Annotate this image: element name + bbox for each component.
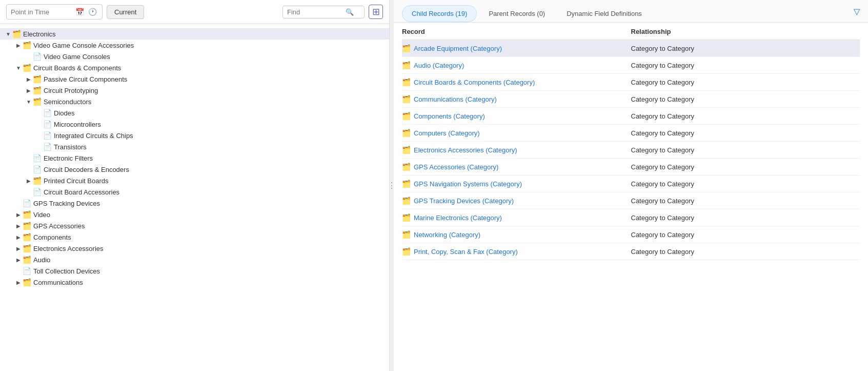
row-relationship-row8: Category to Category — [631, 163, 860, 171]
table-row-row3[interactable]: 🗂️Circuit Boards & Components (Category)… — [402, 74, 860, 91]
table-row-row11[interactable]: 🗂️Marine Electronics (Category)Category … — [402, 209, 860, 226]
row-link-row8[interactable]: GPS Accessories (Category) — [414, 163, 498, 171]
toggle-gps-accessories[interactable]: ▶ — [14, 222, 23, 230]
table-row-row7[interactable]: 🗂️Electronics Accessories (Category)Cate… — [402, 142, 860, 159]
node-label-circuit-prototyping: Circuit Prototyping — [44, 87, 98, 94]
table-row-row13[interactable]: 🗂️Print, Copy, Scan & Fax (Category)Cate… — [402, 243, 860, 260]
tree-node-electronics-accessories[interactable]: ▶🗂️Electronics Accessories — [0, 243, 389, 254]
row-link-row10[interactable]: GPS Tracking Devices (Category) — [414, 197, 514, 205]
calendar-icon[interactable]: 📅 — [74, 7, 85, 17]
row-link-row6[interactable]: Computers (Category) — [414, 129, 480, 137]
tree-node-video-game-console-accessories[interactable]: ▶🗂️Video Game Console Accessories — [0, 40, 389, 51]
row-folder-icon-row12: 🗂️ — [402, 230, 411, 239]
row-link-row11[interactable]: Marine Electronics (Category) — [414, 214, 502, 222]
table-row-row2[interactable]: 🗂️Audio (Category)Category to Category — [402, 57, 860, 74]
row-record-row8: 🗂️GPS Accessories (Category) — [402, 163, 631, 171]
node-label-transistors: Transistors — [54, 143, 87, 151]
tab-parent-records[interactable]: Parent Records (0) — [479, 5, 555, 22]
tab-child-records[interactable]: Child Records (19) — [402, 5, 477, 22]
tree-node-printed-circuit-boards[interactable]: ▶🗂️Printed Circuit Boards — [0, 175, 389, 186]
tabs-bar: Child Records (19)Parent Records (0)Dyna… — [394, 0, 868, 23]
filter-button[interactable]: ▽ — [854, 7, 860, 16]
table-header: Record Relationship — [402, 23, 860, 40]
row-link-row13[interactable]: Print, Copy, Scan & Fax (Category) — [414, 248, 518, 256]
tree-node-video[interactable]: ▶🗂️Video — [0, 209, 389, 220]
tree-node-circuit-decoders-encoders[interactable]: 📄Circuit Decoders & Encoders — [0, 164, 389, 175]
toggle-audio[interactable]: ▶ — [14, 256, 23, 264]
toggle-electronics[interactable]: ▼ — [4, 30, 12, 38]
folder-icon-semiconductors: 🗂️ — [33, 97, 42, 106]
table-row-row4[interactable]: 🗂️Communications (Category)Category to C… — [402, 91, 860, 108]
toggle-printed-circuit-boards[interactable]: ▶ — [25, 177, 33, 185]
row-relationship-row11: Category to Category — [631, 214, 860, 222]
tree-node-circuit-prototyping[interactable]: ▶🗂️Circuit Prototyping — [0, 85, 389, 96]
divider-handle[interactable]: ⋮ — [390, 0, 394, 371]
toggle-communications[interactable]: ▶ — [14, 278, 23, 286]
toggle-passive-circuit-components[interactable]: ▶ — [25, 75, 33, 83]
tree-node-circuit-boards-components[interactable]: ▼🗂️Circuit Boards & Components — [0, 62, 389, 73]
tree-node-communications[interactable]: ▶🗂️Communications — [0, 277, 389, 288]
tree-node-video-game-consoles[interactable]: 📄Video Game Consoles — [0, 51, 389, 62]
folder-icon-integrated-circuits-chips: 📄 — [43, 131, 52, 140]
node-label-printed-circuit-boards: Printed Circuit Boards — [44, 177, 108, 185]
row-relationship-row7: Category to Category — [631, 146, 860, 154]
node-label-components: Components — [33, 233, 71, 241]
table-row-row8[interactable]: 🗂️GPS Accessories (Category)Category to … — [402, 159, 860, 175]
row-link-row9[interactable]: GPS Navigation Systems (Category) — [414, 180, 522, 188]
tree-node-gps-tracking-devices[interactable]: 📄GPS Tracking Devices — [0, 198, 389, 209]
tree-node-components[interactable]: ▶🗂️Components — [0, 231, 389, 243]
toggle-semiconductors[interactable]: ▼ — [25, 97, 33, 106]
row-link-row5[interactable]: Components (Category) — [414, 112, 485, 120]
table-row-row12[interactable]: 🗂️Networking (Category)Category to Categ… — [402, 226, 860, 243]
folder-icon-diodes: 📄 — [43, 109, 52, 117]
tree-node-audio[interactable]: ▶🗂️Audio — [0, 254, 389, 265]
col-relationship-header: Relationship — [631, 28, 860, 35]
tree-node-diodes[interactable]: 📄Diodes — [0, 107, 389, 119]
row-link-row4[interactable]: Communications (Category) — [414, 95, 497, 103]
toggle-electronics-accessories[interactable]: ▶ — [14, 244, 23, 252]
tree-node-circuit-board-accessories[interactable]: 📄Circuit Board Accessories — [0, 186, 389, 198]
row-link-row2[interactable]: Audio (Category) — [414, 62, 464, 69]
table-row-row6[interactable]: 🗂️Computers (Category)Category to Catego… — [402, 125, 860, 142]
toggle-electronic-filters — [25, 154, 33, 162]
tree-node-transistors[interactable]: 📄Transistors — [0, 141, 389, 152]
row-record-row5: 🗂️Components (Category) — [402, 112, 631, 120]
tree-node-electronic-filters[interactable]: 📄Electronic Filters — [0, 152, 389, 164]
folder-icon-video-game-console-accessories: 🗂️ — [23, 41, 31, 49]
clock-icon[interactable]: 🕐 — [87, 7, 98, 17]
tree-node-integrated-circuits-chips[interactable]: 📄Integrated Circuits & Chips — [0, 130, 389, 141]
node-label-video-game-consoles: Video Game Consoles — [44, 53, 110, 61]
tree-node-toll-collection-devices[interactable]: 📄Toll Collection Devices — [0, 265, 389, 277]
row-link-row12[interactable]: Networking (Category) — [414, 231, 480, 239]
node-label-integrated-circuits-chips: Integrated Circuits & Chips — [54, 132, 133, 140]
row-record-row7: 🗂️Electronics Accessories (Category) — [402, 146, 631, 154]
current-button[interactable]: Current — [107, 5, 144, 19]
row-link-row1[interactable]: Arcade Equipment (Category) — [414, 45, 502, 52]
tree-node-electronics[interactable]: ▼🗂️Electronics — [0, 28, 389, 40]
folder-icon-electronic-filters: 📄 — [33, 154, 42, 162]
tree-node-gps-accessories[interactable]: ▶🗂️GPS Accessories — [0, 220, 389, 231]
tree-node-microcontrollers[interactable]: 📄Microcontrollers — [0, 119, 389, 130]
row-folder-icon-row11: 🗂️ — [402, 213, 411, 222]
table-row-row10[interactable]: 🗂️GPS Tracking Devices (Category)Categor… — [402, 192, 860, 209]
toggle-video[interactable]: ▶ — [14, 210, 23, 219]
table-row-row9[interactable]: 🗂️GPS Navigation Systems (Category)Categ… — [402, 175, 860, 192]
table-row-row5[interactable]: 🗂️Components (Category)Category to Categ… — [402, 108, 860, 125]
folder-icon-microcontrollers: 📄 — [43, 120, 52, 128]
tab-dynamic-field-definitions[interactable]: Dynamic Field Definitions — [557, 5, 652, 22]
row-link-row3[interactable]: Circuit Boards & Components (Category) — [414, 79, 535, 86]
search-input[interactable] — [287, 8, 344, 16]
toggle-toll-collection-devices — [14, 267, 23, 275]
right-panel: Child Records (19)Parent Records (0)Dyna… — [394, 0, 868, 371]
row-link-row7[interactable]: Electronics Accessories (Category) — [414, 146, 517, 154]
add-button[interactable]: ⊞ — [369, 5, 383, 19]
table-row-row1[interactable]: 🗂️Arcade Equipment (Category)Category to… — [402, 40, 860, 57]
point-in-time-input[interactable] — [11, 8, 72, 16]
toggle-circuit-boards-components[interactable]: ▼ — [14, 64, 23, 72]
folder-icon-circuit-board-accessories: 📄 — [33, 188, 42, 196]
toggle-components[interactable]: ▶ — [14, 233, 23, 241]
tree-node-passive-circuit-components[interactable]: ▶🗂️Passive Circuit Components — [0, 73, 389, 85]
toggle-circuit-prototyping[interactable]: ▶ — [25, 86, 33, 94]
toggle-video-game-console-accessories[interactable]: ▶ — [14, 41, 23, 49]
tree-node-semiconductors[interactable]: ▼🗂️Semiconductors — [0, 96, 389, 107]
